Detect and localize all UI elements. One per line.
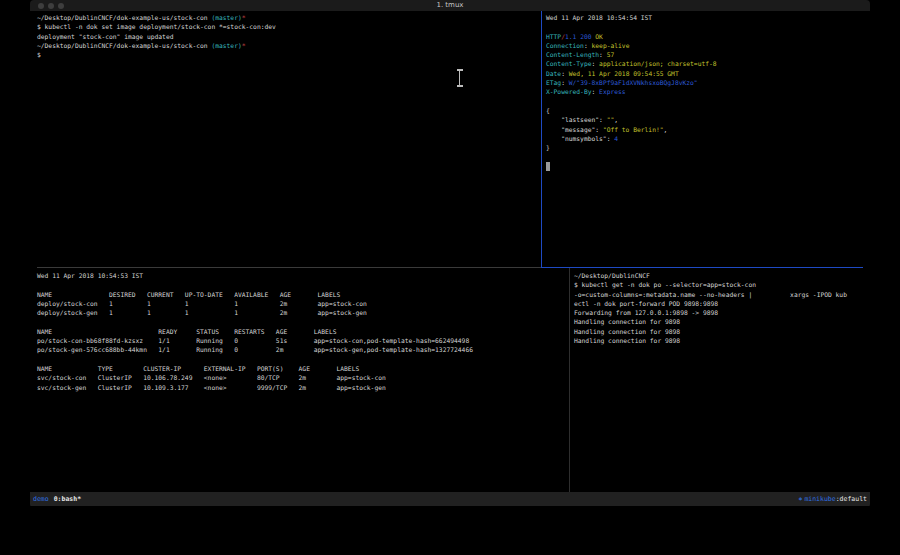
session-name: demo [33,492,49,506]
terminal-line: Wed 11 Apr 2018 10:54:53 IST [37,271,473,280]
terminal-line [37,355,473,364]
terminal-line: $ [37,50,276,59]
pane-divider-vertical-top[interactable] [541,11,542,268]
terminal-line: "message": "Off to Berlin!", [546,125,717,134]
terminal-line: } [546,143,717,152]
pane-http-response-top-right[interactable]: Wed 11 Apr 2018 10:54:54 IST HTTP/1.1 20… [546,13,717,171]
terminal-line: deploy/stock-con 1 1 1 1 2m app=stock-co… [37,299,473,308]
ibeam-mouse-cursor [456,69,463,87]
terminal-line: HTTP/1.1 200 OK [546,32,717,41]
tmux-status-bar: demo 0:bash* ⎈ minikube :default [30,492,870,506]
terminal-line: $ kubectl -n dok set image deployment/st… [37,22,276,31]
terminal-line: Content-Length: 57 [546,50,717,59]
terminal-line: ETag: W/"39-8xBPf9aF1dXVNkhsxoBQgJ8vKzo" [546,78,717,87]
terminal-line: po/stock-gen-576cc688bb-44kmn 1/1 Runnin… [37,345,473,354]
terminal-line [37,317,473,326]
terminal-line: $ kubectl get -n dok po --selector=app=s… [574,280,847,289]
terminal-line [546,22,717,31]
kube-context: minikube [804,492,835,506]
terminal-line [37,280,473,289]
terminal-line: Wed 11 Apr 2018 10:54:54 IST [546,13,717,22]
pane-divider-horizontal-right[interactable] [541,267,863,268]
terminal-line: "numsymbols": 4 [546,134,717,143]
terminal-line: Handling connection for 9898 [574,317,847,326]
terminal-line: Content-Type: application/json; charset=… [546,59,717,68]
pane-divider-vertical-bottom[interactable] [569,268,570,492]
window-title: 1. tmux [30,0,870,11]
terminal-line [546,162,717,171]
pane-shell-top-left[interactable]: ~/Desktop/DublinCNCF/dok-example-us/stoc… [37,13,276,59]
terminal-line: -o=custom-columns=:metadata.name --no-he… [574,290,847,299]
terminal-line: po/stock-con-bb68f88fd-kzsxz 1/1 Running… [37,336,473,345]
helm-icon: ⎈ [798,492,802,506]
terminal-window: 1. tmux ~/Desktop/DublinCNCF/dok-example… [30,0,870,509]
terminal-line: Handling connection for 9898 [574,336,847,345]
terminal-line: ~/Desktop/DublinCNCF/dok-example-us/stoc… [37,13,276,22]
ibeam-bottom-serif [457,85,463,87]
terminal-line: ~/Desktop/DublinCNCF [574,271,847,280]
window-tab-bash[interactable]: 0:bash* [54,492,81,506]
terminal-line: Date: Wed, 11 Apr 2018 09:54:55 GMT [546,69,717,78]
terminal-line: NAME READY STATUS RESTARTS AGE LABELS [37,327,473,336]
terminal-line [546,97,717,106]
terminal-line [546,152,717,161]
pane-port-forward-bottom-right[interactable]: ~/Desktop/DublinCNCF$ kubectl get -n dok… [574,271,847,345]
terminal-line: svc/stock-gen ClusterIP 10.109.3.177 <no… [37,383,473,392]
titlebar[interactable]: 1. tmux [30,0,870,11]
terminal-line: NAME DESIRED CURRENT UP-TO-DATE AVAILABL… [37,290,473,299]
kube-namespace: :default [836,492,867,506]
block-text-cursor [546,162,550,171]
terminal-line: ~/Desktop/DublinCNCF/dok-example-us/stoc… [37,41,276,50]
terminal-line: Connection: keep-alive [546,41,717,50]
terminal-line: deploy/stock-gen 1 1 1 1 2m app=stock-ge… [37,308,473,317]
terminal-line: "lastseen": "", [546,115,717,124]
pane-kubectl-get-bottom-left[interactable]: Wed 11 Apr 2018 10:54:53 IST NAME DESIRE… [37,271,473,392]
terminal-line: NAME TYPE CLUSTER-IP EXTERNAL-IP PORT(S)… [37,364,473,373]
pane-divider-horizontal-left[interactable] [37,267,541,268]
ibeam-stem [459,70,461,86]
terminal-line: deployment "stock-con" image updated [37,32,276,41]
terminal-line: X-Powered-By: Express [546,87,717,96]
terminal-line: svc/stock-con ClusterIP 10.106.78.249 <n… [37,373,473,382]
terminal-line: { [546,106,717,115]
terminal-line: Handling connection for 9898 [574,327,847,336]
terminal-line: Forwarding from 127.0.0.1:9898 -> 9898 [574,308,847,317]
terminal-line: ectl -n dok port-forward POD 9898:9898 [574,299,847,308]
